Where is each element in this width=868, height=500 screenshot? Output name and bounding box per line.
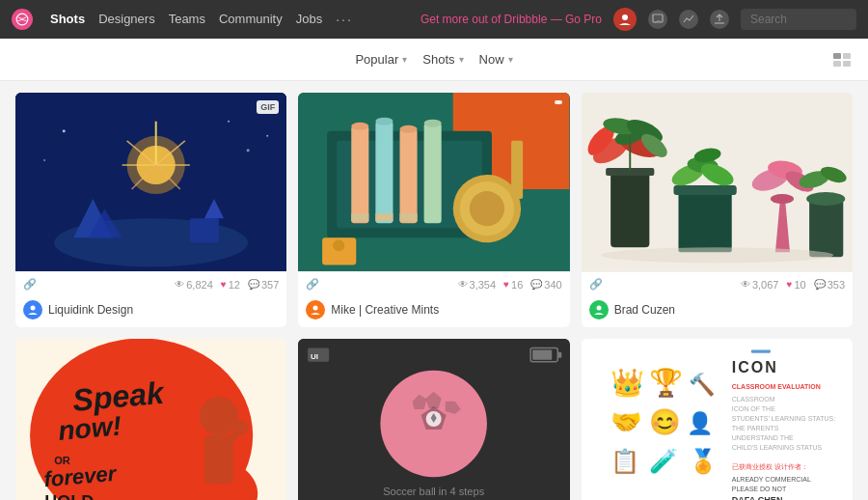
author-name[interactable]: Liquidink Design xyxy=(48,303,133,317)
link-icon[interactable]: 🔗 xyxy=(23,278,37,291)
svg-point-22 xyxy=(63,129,66,132)
svg-text:PLEASE DO NOT: PLEASE DO NOT xyxy=(731,486,786,492)
comments-stat: 💬 340 xyxy=(530,279,561,291)
upload-icon[interactable] xyxy=(710,10,729,29)
heart-icon: ♥ xyxy=(503,279,509,290)
comment-icon: 💬 xyxy=(530,279,542,290)
svg-point-33 xyxy=(352,123,369,130)
shot-card: GIF 🔗 👁 6,824 ♥ 12 💬 357 xyxy=(15,93,286,327)
grid-toggle[interactable] xyxy=(833,53,853,67)
hearts-stat: ♥ 16 xyxy=(503,279,523,291)
svg-text:UNDERSTAND THE: UNDERSTAND THE xyxy=(731,434,793,441)
now-caret: ▾ xyxy=(508,54,513,65)
shot-badge xyxy=(555,100,562,104)
views-count: 6,824 xyxy=(186,279,213,291)
now-filter[interactable]: Now ▾ xyxy=(479,52,513,67)
svg-rect-62 xyxy=(673,185,736,195)
svg-point-23 xyxy=(228,121,230,123)
author-name[interactable]: Mike | Creative Mints xyxy=(331,303,439,317)
author-avatar xyxy=(306,300,325,319)
hearts-count: 16 xyxy=(511,279,523,291)
hearts-stat: ♥ 12 xyxy=(221,279,240,291)
svg-rect-41 xyxy=(424,124,442,223)
nav-designers[interactable]: Designers xyxy=(98,12,155,27)
author-avatar xyxy=(23,300,42,319)
link-icon[interactable]: 🔗 xyxy=(589,278,603,291)
views-count: 3,067 xyxy=(752,279,779,291)
comment-icon: 💬 xyxy=(814,279,826,290)
svg-text:🔨: 🔨 xyxy=(688,372,715,398)
shot-card: Speak now! OR forever HOLD 🔗 xyxy=(15,339,286,500)
shot-meta: 🔗 👁 3,067 ♥ 10 💬 353 xyxy=(582,271,853,296)
shot-card: 🔗 👁 3,067 ♥ 10 💬 353 xyxy=(582,93,853,327)
svg-rect-105 xyxy=(750,350,770,353)
author-avatar xyxy=(589,300,609,319)
svg-point-42 xyxy=(424,120,442,127)
shot-thumbnail[interactable]: GIF xyxy=(15,93,286,271)
svg-rect-48 xyxy=(511,141,523,199)
heart-icon: ♥ xyxy=(221,279,227,290)
svg-text:now!: now! xyxy=(57,410,122,446)
svg-text:Soccer ball in 4 steps: Soccer ball in 4 steps xyxy=(383,486,484,497)
go-pro-link[interactable]: Get more out of Dribbble — Go Pro xyxy=(420,13,602,26)
shot-meta: 🔗 👁 6,824 ♥ 12 💬 357 xyxy=(15,271,286,296)
nav-teams[interactable]: Teams xyxy=(169,12,205,27)
search-input[interactable] xyxy=(741,9,856,30)
nav-links: Shots Designers Teams Community Jobs ··· xyxy=(50,12,353,27)
shot-stats: 👁 6,824 ♥ 12 💬 357 xyxy=(175,279,279,291)
nav-jobs[interactable]: Jobs xyxy=(296,12,322,27)
svg-point-49 xyxy=(313,306,318,311)
link-icon[interactable]: 🔗 xyxy=(306,278,319,291)
shots-filter[interactable]: Shots ▾ xyxy=(422,52,463,67)
svg-point-86 xyxy=(200,397,238,435)
popular-caret: ▾ xyxy=(402,54,407,65)
views-count: 3,354 xyxy=(470,279,497,291)
svg-rect-6 xyxy=(843,61,851,67)
svg-rect-34 xyxy=(352,213,369,221)
top-nav: Shots Designers Teams Community Jobs ···… xyxy=(0,0,868,39)
views-icon: 👁 xyxy=(458,279,468,290)
svg-text:ICON: ICON xyxy=(731,358,777,375)
svg-text:CLASSROOM: CLASSROOM xyxy=(731,396,774,403)
nav-shots[interactable]: Shots xyxy=(50,12,85,27)
nav-more-dots[interactable]: ··· xyxy=(336,12,353,27)
shot-card: 🔗 👁 3,354 ♥ 16 💬 340 xyxy=(298,93,569,327)
filter-bar: Popular ▾ Shots ▾ Now ▾ xyxy=(0,39,868,81)
views-stat: 👁 3,067 xyxy=(741,279,779,291)
comments-count: 340 xyxy=(544,279,561,291)
popular-filter[interactable]: Popular ▾ xyxy=(355,52,407,67)
svg-text:👤: 👤 xyxy=(686,410,713,436)
nav-community[interactable]: Community xyxy=(219,12,283,27)
svg-text:CHILD'S LEARNING STATUS: CHILD'S LEARNING STATUS xyxy=(731,444,822,451)
svg-text:🤝: 🤝 xyxy=(610,406,642,437)
shot-card: 👑 🏆 🔨 🤝 😊 👤 📋 🧪 🏅 ICON CLASSROOM EVALUAT… xyxy=(582,339,853,500)
svg-rect-94 xyxy=(558,352,562,358)
views-stat: 👁 3,354 xyxy=(458,279,497,291)
shot-badge: GIF xyxy=(257,100,279,114)
svg-rect-72 xyxy=(809,199,843,257)
logo[interactable] xyxy=(12,9,33,30)
comments-stat: 💬 357 xyxy=(248,279,279,291)
shot-thumbnail[interactable]: UI Soccer ball xyxy=(298,339,569,500)
analytics-icon[interactable] xyxy=(679,10,698,29)
user-avatar[interactable] xyxy=(613,8,637,31)
svg-rect-5 xyxy=(833,61,841,67)
fireworks-illustration xyxy=(15,93,286,271)
svg-point-25 xyxy=(43,159,45,161)
svg-text:HOLD: HOLD xyxy=(44,492,94,500)
shot-stats: 👁 3,354 ♥ 16 💬 340 xyxy=(458,279,562,291)
messages-icon[interactable] xyxy=(648,10,667,29)
shot-thumbnail[interactable]: 👑 🏆 🔨 🤝 😊 👤 📋 🧪 🏅 ICON CLASSROOM EVALUAT… xyxy=(582,339,853,500)
author-name[interactable]: Brad Cuzen xyxy=(614,303,675,317)
shot-thumbnail[interactable] xyxy=(582,93,853,271)
shot-author: Liquidink Design xyxy=(15,296,286,327)
shot-thumbnail[interactable] xyxy=(298,93,569,271)
svg-rect-40 xyxy=(400,213,418,221)
svg-text:已获商业授权 设计作者：: 已获商业授权 设计作者： xyxy=(731,463,807,470)
shot-author: Brad Cuzen xyxy=(582,296,853,327)
svg-point-1 xyxy=(622,14,628,20)
svg-rect-61 xyxy=(678,189,731,252)
svg-text:CLASSROOM EVALUATION: CLASSROOM EVALUATION xyxy=(731,383,820,390)
shot-meta: 🔗 👁 3,354 ♥ 16 💬 340 xyxy=(298,271,569,296)
shot-thumbnail[interactable]: Speak now! OR forever HOLD xyxy=(15,339,286,500)
